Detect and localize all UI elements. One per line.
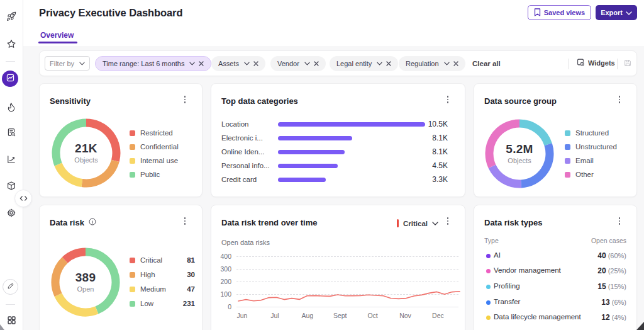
- flame-icon: [6, 102, 16, 112]
- risk-type-label: Profiling: [494, 282, 520, 290]
- kebab-menu-icon[interactable]: [180, 94, 189, 105]
- bar-track: [278, 178, 425, 182]
- close-icon[interactable]: [199, 61, 204, 66]
- risk-type-value: 40 (60%): [597, 251, 626, 260]
- bar-track: [278, 122, 425, 127]
- star-icon: [6, 39, 16, 49]
- legend-value: 47: [176, 285, 195, 293]
- donut-center-value: 21K: [52, 142, 121, 156]
- sidebar-item-getting-started[interactable]: [0, 9, 23, 24]
- table-row: Profiling 15 (15%): [484, 282, 626, 291]
- sidebar-divider-top: [6, 61, 15, 62]
- legend-item: Unstructured: [565, 143, 617, 151]
- clear-all-button[interactable]: Clear all: [472, 60, 501, 67]
- risk-type-value: 15 (15%): [597, 282, 626, 291]
- legend-item: Structured: [565, 129, 609, 137]
- sidebar-item-edit[interactable]: [3, 279, 18, 295]
- card-title: Data risk types: [484, 218, 543, 227]
- legend-label: Unstructured: [575, 143, 617, 151]
- risk-type-dot: [486, 285, 491, 289]
- filter-bar: Filter by Time range: Last 6 months Asse…: [39, 50, 637, 76]
- chevron-down-icon: [377, 62, 382, 65]
- risk-type-label: Transfer: [494, 298, 520, 305]
- tab-overview-underline: [38, 42, 77, 43]
- card-data-risk-types: Data risk types Type Open cases AI 40 (6…: [474, 205, 637, 330]
- bookmark-icon: [534, 8, 541, 18]
- legend-value: 81: [176, 256, 195, 264]
- sidebar-item-risk[interactable]: [0, 100, 23, 115]
- column-open-cases: Open cases: [591, 237, 626, 244]
- risk-type-value: 20 (25%): [597, 266, 626, 275]
- bar-track: [278, 164, 425, 168]
- trend-chart-icon: [6, 154, 16, 164]
- legend-swatch: [565, 144, 570, 150]
- sidebar-item-reports[interactable]: [0, 125, 23, 140]
- table-row: AI 40 (60%): [484, 251, 626, 260]
- category-label: Electronic i...: [221, 134, 263, 142]
- chevron-down-icon: [79, 62, 85, 65]
- filter-chip-assets[interactable]: Assets: [211, 56, 265, 71]
- legend-label: Restricted: [140, 129, 173, 137]
- privacy-executive-dashboard-app: Privacy Executive Dashboard Saved views …: [0, 0, 644, 330]
- kebab-menu-icon[interactable]: [180, 216, 189, 226]
- close-icon[interactable]: [453, 61, 458, 66]
- sidebar-item-settings[interactable]: [0, 205, 23, 220]
- save-view-button[interactable]: [623, 59, 632, 70]
- category-bar: [278, 122, 425, 127]
- legend-label: Confidential: [140, 143, 179, 151]
- risk-type-label: Data lifecycle management: [494, 313, 581, 321]
- filter-divider: [568, 59, 569, 69]
- widgets-button[interactable]: Widgets: [576, 58, 615, 68]
- data-risk-donut-chart: 389 Open: [51, 248, 120, 317]
- legend-label: Email: [575, 157, 594, 164]
- sidebar-divider-bottom: [6, 304, 15, 305]
- kebab-menu-icon[interactable]: [615, 216, 624, 226]
- legend-item: Public: [130, 171, 160, 178]
- sidebar-collapse-toggle[interactable]: [14, 190, 32, 207]
- sidebar-item-dashboard-active[interactable]: [2, 71, 18, 87]
- legend-swatch: [565, 158, 570, 164]
- legend-value: 231: [176, 300, 195, 307]
- kebab-menu-icon[interactable]: [443, 94, 452, 105]
- export-button[interactable]: Export: [596, 5, 637, 20]
- filter-chip-time-range[interactable]: Time range: Last 6 months: [95, 56, 211, 71]
- category-value: 4.5K: [432, 161, 448, 170]
- bar-track: [278, 136, 425, 140]
- category-label: Personal info...: [221, 162, 270, 169]
- close-icon[interactable]: [386, 61, 391, 66]
- risk-type-value: 12 (4%): [601, 313, 626, 322]
- kebab-menu-icon[interactable]: [615, 94, 624, 105]
- filter-chip-legal-entity[interactable]: Legal entity: [330, 56, 398, 71]
- legend-swatch: [130, 258, 135, 263]
- card-data-risk: Data risk 389 Open Critical: [39, 205, 203, 330]
- card-title: Sensitivity: [50, 96, 91, 106]
- filter-by-select[interactable]: Filter by: [45, 56, 90, 71]
- bar-row: Personal info... 4.5K: [221, 161, 455, 170]
- chip-label: Assets: [218, 60, 239, 67]
- category-value: 8.1K: [432, 134, 448, 142]
- column-type: Type: [484, 237, 499, 244]
- risk-type-dot: [486, 300, 491, 305]
- filter-chip-regulation[interactable]: Regulation: [399, 56, 465, 71]
- legend-item: High: [130, 271, 155, 278]
- sidebar: [0, 0, 23, 330]
- page-header: Privacy Executive Dashboard Saved views …: [23, 0, 644, 46]
- filter-chip-vendor[interactable]: Vendor: [270, 56, 326, 71]
- pencil-icon: [6, 282, 14, 293]
- info-icon[interactable]: [89, 218, 96, 227]
- category-bar: [278, 150, 345, 154]
- tab-overview[interactable]: Overview: [40, 31, 74, 40]
- card-data-risk-trend: Data risk trend over time Critical Open …: [211, 205, 465, 330]
- donut-center-value: 5.2M: [485, 142, 554, 156]
- bar-row: Credit card 3.3K: [221, 175, 455, 184]
- sidebar-item-favorites[interactable]: [0, 37, 23, 52]
- saved-views-button[interactable]: Saved views: [528, 5, 591, 20]
- legend-swatch: [130, 158, 135, 164]
- legend-swatch: [130, 172, 135, 178]
- donut-center-label: Objects: [485, 157, 554, 164]
- close-icon[interactable]: [314, 61, 319, 66]
- close-icon[interactable]: [253, 61, 258, 66]
- page-title: Privacy Executive Dashboard: [39, 7, 182, 19]
- dashboard-chart-icon: [6, 73, 15, 85]
- sidebar-item-insights[interactable]: [0, 152, 23, 167]
